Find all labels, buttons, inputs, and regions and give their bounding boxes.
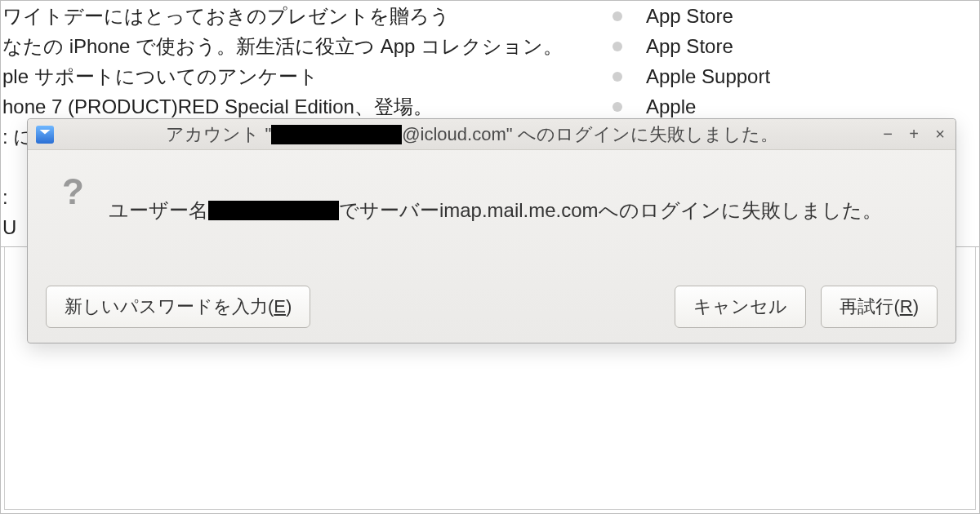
dialog-message: ユーザー名 でサーバー imap.mail.me.com へのログインに失敗しま…	[109, 197, 882, 224]
mail-subject: hone 7 (PRODUCT)RED Special Edition、登場。	[1, 94, 589, 120]
app-viewport: ワイトデーにはとっておきのプレゼントを贈ろう App Store なたの iPh…	[0, 0, 980, 514]
mail-row[interactable]: ワイトデーにはとっておきのプレゼントを贈ろう App Store	[1, 1, 979, 31]
mail-row[interactable]: なたの iPhone で使おう。新生活に役立つ App コレクション。 App …	[1, 31, 979, 61]
dialog-titlebar[interactable]: アカウント "@icloud.com" へのログインに失敗しました。 − + ×	[28, 119, 956, 150]
spacer	[310, 286, 675, 328]
btn-label-close: )	[913, 296, 919, 317]
mail-subject: ple サポートについてのアンケート	[1, 64, 589, 90]
thunderbird-icon	[36, 126, 54, 144]
msg-prefix: ユーザー名	[109, 197, 208, 224]
maximize-icon[interactable]: +	[906, 125, 921, 144]
login-failed-dialog: アカウント "@icloud.com" へのログインに失敗しました。 − + ×…	[27, 118, 956, 343]
dialog-title-prefix: アカウント "	[166, 122, 271, 147]
btn-label: キャンセル	[693, 296, 787, 317]
dialog-title: アカウント "@icloud.com" へのログインに失敗しました。	[64, 122, 880, 147]
dialog-body: ? ユーザー名 でサーバー imap.mail.me.com へのログインに失敗…	[28, 150, 956, 232]
dialog-title-suffix: @icloud.com" へのログインに失敗しました。	[402, 122, 777, 147]
mail-subject: ワイトデーにはとっておきのプレゼントを贈ろう	[1, 3, 589, 29]
retry-button[interactable]: 再試行(R)	[821, 286, 938, 328]
msg-suffix: へのログインに失敗しました。	[599, 197, 882, 224]
redacted-username	[208, 201, 339, 220]
btn-accel: E	[274, 296, 286, 317]
msg-server: imap.mail.me.com	[439, 199, 599, 222]
dialog-buttons: 新しいパスワードを入力(E) キャンセル 再試行(R)	[28, 286, 956, 328]
mail-subject: なたの iPhone で使おう。新生活に役立つ App コレクション。	[1, 33, 589, 60]
cancel-button[interactable]: キャンセル	[675, 286, 806, 328]
window-controls: − + ×	[880, 125, 947, 144]
redacted-account	[271, 125, 402, 144]
close-icon[interactable]: ×	[933, 125, 947, 144]
enter-new-password-button[interactable]: 新しいパスワードを入力(E)	[46, 286, 310, 328]
mail-sender: App Store	[646, 5, 979, 28]
mail-row[interactable]: ple サポートについてのアンケート Apple Support	[1, 61, 979, 91]
unread-dot-icon	[589, 42, 646, 51]
mail-sender: Apple Support	[646, 65, 979, 88]
question-icon: ?	[62, 171, 84, 212]
unread-dot-icon	[589, 11, 646, 21]
mail-row[interactable]: hone 7 (PRODUCT)RED Special Edition、登場。 …	[1, 91, 979, 122]
btn-label: 新しいパスワードを入力(	[65, 296, 274, 317]
unread-dot-icon	[589, 72, 646, 82]
mail-sender: App Store	[646, 35, 979, 58]
msg-middle: でサーバー	[339, 197, 439, 224]
minimize-icon[interactable]: −	[880, 125, 895, 144]
btn-label-close: )	[286, 296, 292, 317]
mail-sender: Apple	[646, 95, 979, 118]
btn-accel: R	[900, 296, 913, 317]
unread-dot-icon	[589, 102, 646, 112]
btn-label: 再試行(	[840, 296, 899, 317]
